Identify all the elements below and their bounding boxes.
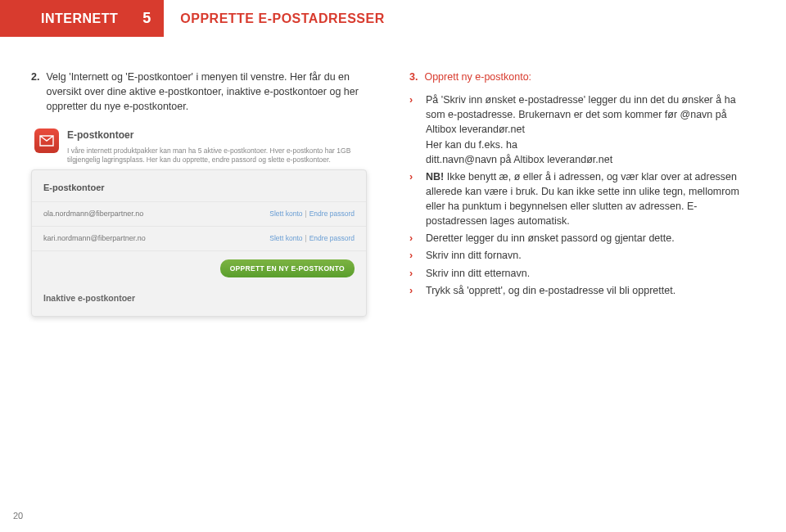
email-address: kari.nordmann@fiberpartner.no bbox=[43, 233, 146, 244]
panel-title: E-postkontoer bbox=[32, 178, 366, 201]
chevron-right-icon: › bbox=[409, 231, 418, 246]
step-title: Opprett ny e-postkonto: bbox=[424, 70, 531, 84]
bullet-list: ›På 'Skriv inn ønsket e-postadresse' leg… bbox=[409, 92, 755, 298]
step-3: 3. Opprett ny e-postkonto: bbox=[409, 70, 755, 84]
bullet-text: På 'Skriv inn ønsket e-postadresse' legg… bbox=[426, 92, 755, 167]
chevron-right-icon: › bbox=[409, 248, 418, 263]
bullet-item: ›NB! Ikke benytt æ, ø eller å i adressen… bbox=[409, 169, 755, 229]
app-screenshot: E-postkontoer I våre internett produktpa… bbox=[31, 124, 367, 317]
app-description: I våre internett produktpakker kan man h… bbox=[67, 147, 364, 165]
chevron-right-icon: › bbox=[409, 266, 418, 281]
bullet-item: ›Skriv inn ditt etternavn. bbox=[409, 266, 755, 281]
email-row: ola.nordmann@fiberpartner.no Slett konto… bbox=[32, 201, 366, 226]
bullet-text: Trykk så 'opprett', og din e-postadresse… bbox=[426, 283, 675, 298]
step-number: 3. bbox=[409, 70, 418, 84]
change-password-link[interactable]: Endre passord bbox=[309, 234, 355, 242]
page-number: 20 bbox=[13, 511, 23, 521]
section-label: INTERNETT bbox=[0, 0, 136, 37]
bullet-text: NB! Ikke benytt æ, ø eller å i adressen,… bbox=[426, 169, 755, 229]
bullet-item: ›Deretter legger du inn ønsket passord o… bbox=[409, 231, 755, 246]
app-heading: E-postkontoer bbox=[67, 128, 364, 142]
bullet-text: Skriv inn ditt etternavn. bbox=[426, 266, 530, 281]
mail-icon bbox=[34, 128, 59, 153]
step-2: 2. Velg 'Internett og 'E-postkontoer' i … bbox=[31, 70, 377, 114]
bullet-text: Deretter legger du inn ønsket passord og… bbox=[426, 231, 675, 246]
email-row: kari.nordmann@fiberpartner.no Slett kont… bbox=[32, 226, 366, 250]
step-text: Velg 'Internett og 'E-postkontoer' i men… bbox=[46, 70, 377, 114]
delete-link[interactable]: Slett konto bbox=[269, 234, 302, 242]
bullet-item: ›Skriv inn ditt fornavn. bbox=[409, 248, 755, 263]
inactive-heading: Inaktive e-postkontoer bbox=[32, 281, 366, 304]
create-email-button[interactable]: OPPRETT EN NY E-POSTKONTO bbox=[220, 259, 355, 277]
bullet-item: ›Trykk så 'opprett', og din e-postadress… bbox=[409, 283, 755, 298]
step-number: 2. bbox=[31, 70, 39, 114]
bullet-text: Skriv inn ditt fornavn. bbox=[426, 248, 522, 263]
page-header: INTERNETT 5 OPPRETTE E-POSTADRESSER bbox=[0, 0, 385, 37]
change-password-link[interactable]: Endre passord bbox=[309, 210, 355, 218]
page-title: OPPRETTE E-POSTADRESSER bbox=[180, 11, 384, 26]
bullet-item: ›På 'Skriv inn ønsket e-postadresse' leg… bbox=[409, 92, 755, 167]
email-panel: E-postkontoer ola.nordmann@fiberpartner.… bbox=[31, 169, 367, 318]
email-address: ola.nordmann@fiberpartner.no bbox=[43, 209, 143, 219]
left-column: 2. Velg 'Internett og 'E-postkontoer' i … bbox=[31, 70, 377, 317]
chevron-right-icon: › bbox=[409, 92, 418, 167]
delete-link[interactable]: Slett konto bbox=[269, 210, 302, 218]
chevron-right-icon: › bbox=[409, 169, 418, 229]
chevron-right-icon: › bbox=[409, 283, 418, 298]
right-column: 3. Opprett ny e-postkonto: ›På 'Skriv in… bbox=[409, 70, 755, 317]
chapter-number: 5 bbox=[136, 0, 164, 37]
